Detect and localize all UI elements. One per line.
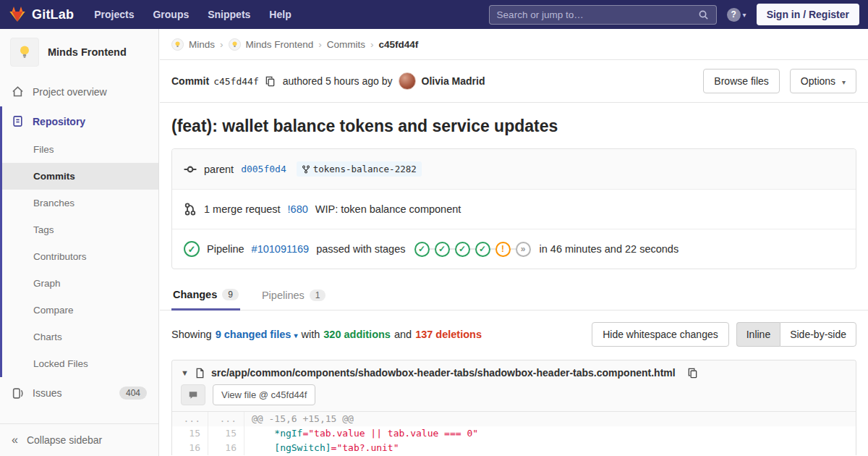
gitlab-logo[interactable]: GitLab — [9, 6, 74, 23]
lightbulb-icon — [174, 41, 182, 48]
stage-connector — [450, 248, 455, 250]
stage-passed-icon[interactable]: ✓ — [414, 242, 430, 257]
parent-sha-link[interactable]: d005f0d4 — [241, 164, 286, 174]
lightbulb-icon — [16, 43, 33, 61]
commit-label: Commit — [171, 75, 209, 87]
options-dropdown[interactable]: Options ▾ — [790, 69, 856, 93]
ref-badge[interactable]: tokens-balance-2282 — [297, 161, 422, 177]
toggle-comments-button[interactable] — [181, 384, 205, 405]
sidebar-item-files[interactable]: Files — [2, 136, 158, 163]
author-name[interactable]: Olivia Madrid — [422, 75, 485, 87]
changed-files-dropdown[interactable]: 9 changed files ▾ — [216, 329, 298, 340]
stage-connector — [430, 248, 435, 250]
stage-connector — [470, 248, 475, 250]
nav-help[interactable]: Help — [269, 9, 291, 20]
sidebar-item-locked-files[interactable]: Locked Files — [2, 350, 158, 377]
sidebar-item-commits[interactable]: Commits — [2, 163, 158, 190]
chevron-down-icon: ▾ — [842, 78, 846, 86]
sidebar-item-project-overview[interactable]: Project overview — [0, 77, 158, 106]
file-icon — [195, 368, 205, 379]
pipeline-passed-icon: ✓ — [184, 241, 200, 257]
inline-view-button[interactable]: Inline — [736, 322, 780, 347]
pipeline-duration: in 46 minutes and 22 seconds — [540, 243, 679, 255]
collapse-diff-caret-icon[interactable]: ▼ — [181, 368, 189, 377]
pipeline-stages: ✓✓✓✓!» — [414, 242, 531, 257]
sidebar-item-repository[interactable]: Repository — [2, 106, 158, 136]
stage-connector — [511, 248, 516, 250]
breadcrumb-commits[interactable]: Commits — [327, 39, 365, 50]
mr-count-text: 1 merge request — [204, 203, 281, 215]
parent-label: parent — [204, 164, 234, 175]
pipeline-link[interactable]: #101091169 — [252, 243, 310, 255]
stage-passed-icon[interactable]: ✓ — [455, 242, 470, 257]
sidebar-item-compare[interactable]: Compare — [2, 297, 158, 324]
sidebar-item-tags[interactable]: Tags — [2, 216, 158, 243]
help-menu[interactable]: ? ▾ — [727, 8, 746, 22]
sidebar-item-contributors[interactable]: Contributors — [2, 243, 158, 270]
project-name: Minds Frontend — [48, 46, 127, 58]
code-attribute: [ngSwitch] — [274, 442, 331, 453]
search-box[interactable] — [489, 5, 717, 25]
mr-link[interactable]: !680 — [288, 203, 308, 215]
breadcrumb-current-sha: c45fd44f — [379, 39, 419, 50]
sidebar-item-issues[interactable]: Issues 404 — [0, 377, 158, 409]
diff-code: @@ -15,6 +15,15 @@ — [244, 412, 856, 426]
changes-summary-bar: Showing 9 changed files ▾ with 320 addit… — [160, 311, 868, 358]
sidebar-item-graph[interactable]: Graph — [2, 270, 158, 297]
search-input[interactable] — [497, 9, 698, 20]
side-by-side-view-button[interactable]: Side-by-side — [780, 322, 856, 347]
diff-line: 1515 *ngIf="tab.value || tab.value === 0… — [172, 426, 856, 441]
author-avatar[interactable] — [399, 72, 416, 90]
commit-meta-row: Commit c45fd44f authored 5 hours ago by … — [160, 60, 868, 103]
diff-code: *ngIf="tab.value || tab.value === 0" — [244, 426, 856, 441]
diff-file-box: ▼ src/app/common/components/shadowbox-he… — [171, 360, 856, 455]
view-file-button[interactable]: View file @ c45fd44f — [213, 384, 315, 405]
sign-in-button[interactable]: Sign in / Register — [757, 4, 859, 25]
old-line-number[interactable]: 15 — [172, 426, 208, 441]
stage-skipped-icon[interactable]: » — [516, 242, 531, 257]
branch-icon — [302, 165, 310, 174]
pipeline-row: ✓ Pipeline #101091169 passed with stages… — [172, 229, 856, 269]
code-string: ="tab.value || tab.value === 0" — [302, 428, 478, 439]
hide-whitespace-button[interactable]: Hide whitespace changes — [592, 322, 729, 347]
project-header[interactable]: Minds Frontend — [0, 29, 158, 77]
stage-connector — [490, 248, 495, 250]
nav-groups[interactable]: Groups — [153, 9, 189, 20]
stage-warning-icon[interactable]: ! — [495, 242, 511, 257]
breadcrumb-project[interactable]: Minds Frontend — [246, 39, 314, 50]
diff-code: [ngSwitch]="tab?.unit" — [244, 441, 856, 455]
nav-projects[interactable]: Projects — [94, 9, 134, 20]
diff-file-path[interactable]: src/app/common/components/shadowbox-head… — [211, 367, 676, 379]
project-avatar — [10, 38, 39, 67]
copy-sha-button[interactable] — [265, 76, 276, 87]
project-mini-avatar — [229, 38, 241, 51]
copy-icon — [265, 76, 276, 87]
home-icon — [12, 85, 24, 98]
stage-passed-icon[interactable]: ✓ — [475, 242, 490, 257]
new-line-number[interactable]: 15 — [208, 426, 244, 441]
new-line-number[interactable]: ... — [208, 412, 244, 426]
copy-icon — [687, 368, 698, 379]
sidebar-item-charts[interactable]: Charts — [2, 324, 158, 350]
sidebar-item-branches[interactable]: Branches — [2, 190, 158, 216]
breadcrumb-group[interactable]: Minds — [189, 39, 215, 50]
repository-submenu: FilesCommitsBranchesTagsContributorsGrap… — [2, 136, 158, 377]
tab-pipelines[interactable]: Pipelines 1 — [260, 281, 328, 310]
stage-passed-icon[interactable]: ✓ — [435, 242, 450, 257]
commit-title: (feat): wallet balance tokens and servic… — [160, 103, 868, 148]
nav-snippets[interactable]: Snippets — [208, 9, 250, 20]
double-chevron-left-icon: « — [12, 434, 18, 447]
old-line-number[interactable]: 16 — [172, 441, 208, 455]
browse-files-button[interactable]: Browse files — [703, 69, 779, 93]
showing-label: Showing — [171, 329, 212, 340]
new-line-number[interactable]: 16 — [208, 441, 244, 455]
breadcrumb-separator: › — [370, 39, 374, 50]
top-navbar: GitLab Projects Groups Snippets Help ? ▾… — [0, 0, 868, 29]
collapse-sidebar-button[interactable]: « Collapse sidebar — [0, 423, 158, 456]
diff-table: ......@@ -15,6 +15,15 @@1515 *ngIf="tab.… — [172, 411, 856, 455]
copy-path-button[interactable] — [687, 368, 698, 379]
deletions-count: 137 deletions — [415, 329, 482, 340]
pipeline-label: Pipeline — [207, 243, 244, 255]
tab-changes[interactable]: Changes 9 — [171, 281, 240, 311]
old-line-number[interactable]: ... — [172, 412, 208, 426]
